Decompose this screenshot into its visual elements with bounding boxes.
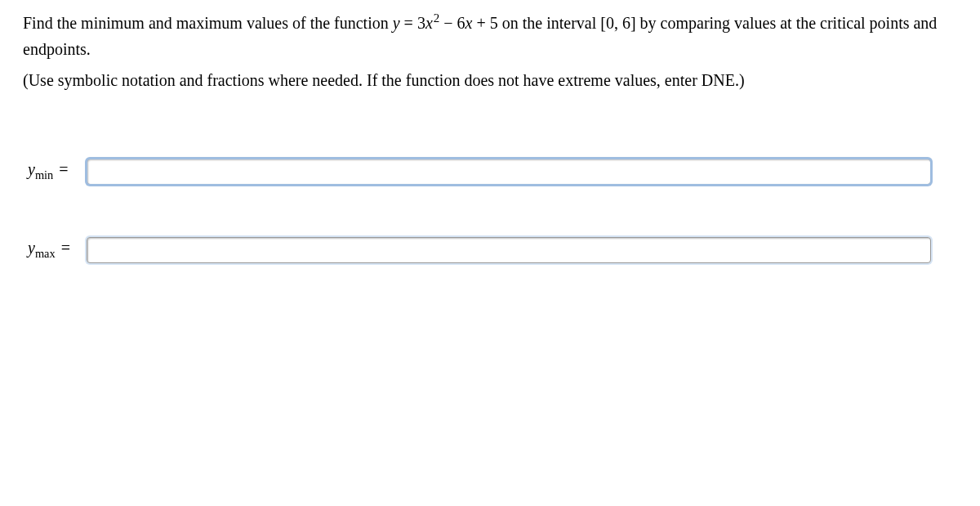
ymin-var: y: [28, 160, 35, 178]
ymax-var: y: [28, 239, 35, 257]
ymax-sub: max: [35, 247, 56, 260]
question-page: Find the minimum and maximum values of t…: [0, 0, 980, 506]
question-line-2: (Use symbolic notation and fractions whe…: [23, 67, 964, 93]
ymin-equals: =: [53, 160, 71, 178]
question-text: Find the minimum and maximum values of t…: [23, 8, 964, 93]
prompt-prefix: Find the minimum and maximum values of t…: [23, 14, 393, 32]
equation: y = 3x2 − 6x + 5: [393, 14, 498, 32]
ymax-label: ymax =: [23, 239, 87, 261]
ymin-label: ymin =: [23, 160, 87, 182]
question-line-1: Find the minimum and maximum values of t…: [23, 8, 964, 62]
var-x1: x: [425, 14, 433, 32]
ymax-row: ymax =: [23, 237, 964, 263]
ymin-input[interactable]: [87, 159, 931, 185]
eq-sign: =: [400, 14, 417, 32]
ymin-row: ymin =: [23, 159, 964, 185]
coef-a: 3: [417, 14, 425, 32]
term-b: − 6: [439, 14, 465, 32]
var-y: y: [393, 14, 400, 32]
ymax-input[interactable]: [87, 237, 931, 263]
ymax-equals: =: [56, 239, 74, 257]
term-c: + 5: [472, 14, 497, 32]
ymin-sub: min: [35, 168, 53, 181]
